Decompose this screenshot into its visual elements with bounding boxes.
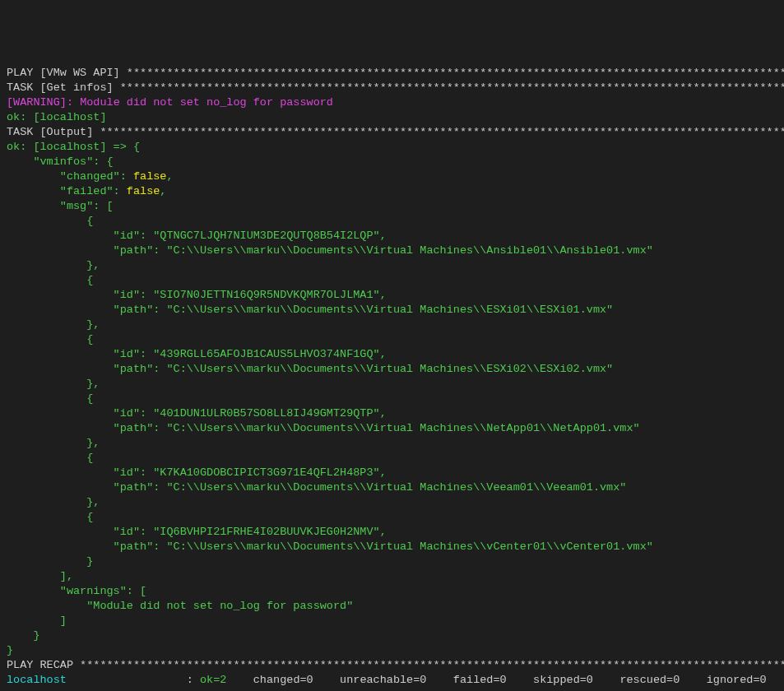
root-close: } [7, 643, 777, 658]
vm-id: "id": "QTNGC7LJQH7NIUM3DE2QUTQ8B54I2LQP"… [7, 229, 777, 243]
vm-id: "id": "SIO7N0JETTN16Q9R5NDVKQMR7OLJLMA1"… [7, 288, 777, 303]
vm-path: "path": "C:\\Users\\marku\\Documents\\Vi… [7, 362, 777, 377]
obj-close: }, [7, 495, 777, 510]
vm-path: "path": "C:\\Users\\marku\\Documents\\Vi… [7, 243, 777, 258]
obj-close: }, [7, 377, 777, 392]
vm-path: "path": "C:\\Users\\marku\\Documents\\Vi… [7, 540, 777, 554]
task-header-text: TASK [Output] **************************… [7, 126, 784, 138]
recap-skipped: skipped=0 [527, 674, 613, 686]
play-recap-line: localhost : ok=2 changed=0 unreachable=0… [7, 673, 777, 688]
obj-close: }, [7, 258, 777, 273]
terminal-output: PLAY [VMw WS API] **********************… [7, 66, 777, 688]
warning-message: Module did not set no_log for password [80, 96, 333, 109]
obj-open: { [7, 392, 777, 406]
failed-line: "failed": false, [7, 184, 777, 199]
vminfos-key: "vminfos": { [7, 155, 777, 169]
task-output-header: TASK [Output] **************************… [7, 125, 777, 140]
recap-rescued: rescued=0 [613, 674, 699, 686]
warning-tag: [WARNING] [7, 96, 67, 109]
task1-ok: ok: [localhost] [7, 110, 777, 125]
recap-unreachable: unreachable=0 [333, 674, 447, 686]
vm-path: "path": "C:\\Users\\marku\\Documents\\Vi… [7, 480, 777, 495]
task-get-infos-header: TASK [Get infos] ***********************… [7, 81, 777, 95]
obj-open: { [7, 273, 777, 288]
warnings-open: "warnings": [ [7, 584, 777, 599]
vm-path: "path": "C:\\Users\\marku\\Documents\\Vi… [7, 303, 777, 318]
ok-localhost: ok: [localhost] [7, 111, 107, 123]
recap-ignored: ignored=0 [700, 674, 767, 686]
recap-failed: failed=0 [447, 674, 527, 686]
obj-open: { [7, 451, 777, 466]
play-header-text: PLAY [VMw WS API] **********************… [7, 67, 784, 79]
vm-id: "id": "K7KA10GDOBCIPICT3G971E4QFL2H48P3"… [7, 466, 777, 480]
vm-id: "id": "401DUN1ULR0B57SO8LL8IJ49GMT29QTP"… [7, 406, 777, 421]
vm-id: "id": "439RGLL65AFOJB1CAUS5LHVO374NF1GQ"… [7, 347, 777, 362]
warnings-close: ] [7, 614, 777, 628]
msg-open: "msg": [ [7, 199, 777, 214]
recap-ok: ok=2 [200, 674, 247, 686]
play-header: PLAY [VMw WS API] **********************… [7, 66, 777, 81]
warnings-item: "Module did not set no_log for password" [7, 599, 777, 614]
obj-open: { [7, 510, 777, 525]
task-header-text: TASK [Get infos] ***********************… [7, 81, 784, 94]
changed-line: "changed": false, [7, 169, 777, 184]
recap-changed: changed=0 [247, 674, 333, 686]
ok-open: ok: [localhost] => { [7, 140, 777, 155]
obj-close: } [7, 554, 777, 569]
msg-close: ], [7, 569, 777, 584]
recap-host: localhost [7, 674, 187, 686]
vminfos-close: } [7, 628, 777, 643]
recap-header-text: PLAY RECAP *****************************… [7, 659, 784, 671]
vm-path: "path": "C:\\Users\\marku\\Documents\\Vi… [7, 421, 777, 436]
obj-close: }, [7, 436, 777, 451]
obj-close: }, [7, 318, 777, 332]
obj-open: { [7, 214, 777, 229]
warning-line: [WARNING]: Module did not set no_log for… [7, 95, 777, 110]
vm-id: "id": "IQ6BVHPI21FRHE4I02BUUVKJEG0H2NMV"… [7, 525, 777, 540]
play-recap-header: PLAY RECAP *****************************… [7, 658, 777, 673]
obj-open: { [7, 332, 777, 347]
